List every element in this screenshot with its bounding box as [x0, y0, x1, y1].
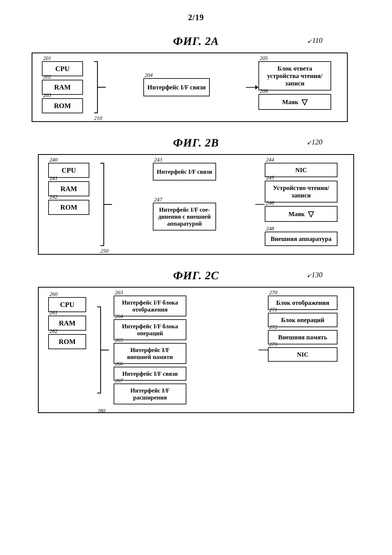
fig2a-beacon-block: Маяк ▽: [258, 94, 331, 110]
fig2c-ops-if-block: Интерфейс I/F блока операций: [114, 319, 186, 340]
figure-2b-section: ФИГ. 2В ↙120 240 CPU 241 RAM 242: [32, 136, 360, 255]
fig2b-beacon-label: 246: [266, 200, 274, 206]
fig2b-if-comm-block: Интерфейс I/F связи: [153, 163, 216, 181]
fig2c-extmem-if-block: Интерфейс I/F внешней памяти: [114, 343, 186, 364]
fig2a-interface-block: Интерфейс I/F связи: [143, 78, 210, 96]
fig2c-ram-label: 261: [50, 310, 57, 316]
fig2c-display-if-block: Интерфейс I/F блока отображения: [114, 296, 186, 316]
fig2c-ops-if-label: 264: [115, 313, 123, 319]
fig2a-reader-label: 205: [260, 55, 268, 61]
fig2a-beacon-label: 206: [260, 88, 268, 94]
fig2c-diagram: 260 CPU 261 RAM 262 ROM: [38, 287, 354, 413]
fig2b-ext-hw-label: 248: [266, 226, 274, 232]
fig2c-display-unit-block: Блок отображения: [268, 296, 337, 310]
fig2b-beacon-block: Маяк ▽: [265, 206, 337, 222]
fig2a-antenna-icon: ▽: [302, 97, 307, 106]
fig2a-rom-label: 203: [43, 92, 51, 98]
fig2b-rw-label: 245: [266, 175, 274, 181]
fig2b-ext-hw-block: Внешняя аппаратура: [265, 232, 337, 246]
fig2b-rom-block: ROM: [48, 200, 89, 215]
fig2a-diagram: 201 CPU 202 RAM 203 ROM: [32, 52, 348, 122]
fig2c-nic-block: NIC: [268, 347, 337, 362]
fig2b-antenna-icon: ▽: [308, 210, 314, 218]
fig2c-ops-unit-block: Блок операций: [268, 313, 337, 327]
fig2b-nic-label: 244: [266, 157, 274, 163]
fig2c-expand-if-block: Интерфейс I/F расширения: [114, 384, 186, 404]
fig2b-if-comm-label: 243: [154, 157, 162, 163]
fig2a-cpu-label: 201: [43, 55, 51, 61]
fig2a-if-label: 204: [145, 72, 153, 78]
fig2c-ref: ↙130: [307, 270, 322, 279]
fig2b-ram-label: 241: [50, 175, 57, 181]
fig2b-ref: ↙120: [307, 138, 322, 146]
page-number: 2/19: [32, 13, 360, 22]
fig2c-display-if-label: 263: [115, 290, 123, 296]
fig2a-title: ФИГ. 2А: [173, 35, 219, 47]
fig2c-comm-if-block: Интерфейс I/F связи: [114, 367, 186, 381]
fig2a-reader-block: Блок ответа устройства чтения/ записи: [258, 61, 331, 90]
fig2b-cpu-label: 240: [50, 157, 57, 163]
fig2c-extmem-label: 272: [269, 324, 277, 330]
figure-2c-section: ФИГ. 2С ↙130 260 CPU 261 RAM 262: [32, 269, 360, 413]
fig2b-bracket-ref: 250: [100, 248, 108, 254]
fig2c-extmem-block: Внешняя память: [268, 330, 337, 344]
fig2b-ext-if-label: 247: [154, 197, 162, 203]
fig2b-nic-block: NIC: [265, 163, 337, 177]
figure-2a-section: ФИГ. 2А ↙110 201 CPU 202 RAM: [32, 35, 360, 122]
fig2c-display-unit-label: 270: [269, 290, 277, 296]
fig2a-bracket-ref: 210: [94, 115, 102, 121]
fig2a-ref: ↙110: [307, 36, 322, 45]
fig2c-rom-block: ROM: [48, 334, 86, 349]
fig2c-title: ФИГ. 2С: [173, 269, 219, 282]
fig2c-expand-if-label: 267: [115, 378, 123, 384]
fig2c-comm-if-label: 266: [115, 361, 123, 367]
fig2c-cpu-label: 260: [50, 291, 57, 297]
fig2c-ops-unit-label: 271: [269, 307, 277, 313]
fig2b-diagram: 240 CPU 241 RAM 242 ROM: [38, 154, 354, 255]
fig2c-nic-label: 273: [269, 341, 277, 347]
fig2c-bracket-ref: 280: [97, 408, 105, 414]
fig2b-title: ФИГ. 2В: [173, 136, 219, 149]
fig2b-rw-block: Устройство чтения/ записи: [265, 181, 337, 203]
fig2a-ram-label: 202: [43, 74, 51, 80]
fig2c-extmem-if-label: 265: [115, 337, 123, 343]
fig2b-rom-label: 242: [50, 194, 57, 200]
fig2c-rom-label: 262: [50, 328, 57, 334]
fig2a-rom-block: ROM: [42, 98, 83, 113]
fig2b-ext-if-block: Интерфейс I/F сое-динения с внешней аппа…: [153, 203, 216, 231]
